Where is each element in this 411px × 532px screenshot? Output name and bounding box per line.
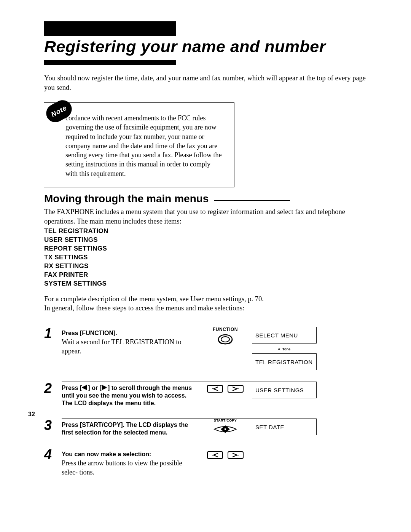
lcd-display: SET DATE [252, 419, 317, 435]
menu-item: USER SETTINGS [44, 236, 369, 244]
top-black-bar [44, 21, 176, 36]
steps-list: 1 Press [FUNCTION]. Wait a second for TE… [44, 327, 369, 477]
arrow-buttons-graphic [203, 382, 247, 394]
step-number: 3 [44, 419, 57, 432]
menu-item: REPORT SETTINGS [44, 244, 369, 253]
step-bold: Press [FUNCTION]. [62, 330, 117, 336]
svg-point-1 [221, 337, 229, 342]
left-right-buttons-icon [207, 384, 244, 394]
function-button-graphic: FUNCTION [203, 327, 247, 349]
menu-item: SYSTEM SETTINGS [44, 280, 369, 288]
lcd-small-label: Tone [282, 347, 290, 351]
svg-rect-2 [207, 385, 223, 392]
section-outro-2: In general, follow these steps to access… [44, 304, 369, 313]
step-bold: Press [⯇] or [⯈] to scroll through the m… [62, 385, 192, 406]
step-body: Wait a second for TEL REGISTRATION to ap… [62, 338, 199, 356]
step-bold: Press [START/COPY]. The LCD displays the… [62, 422, 188, 436]
menu-item: RX SETTINGS [44, 262, 369, 271]
round-button-icon [217, 332, 234, 349]
lcd-display: SELECT MENU [252, 327, 317, 343]
step-number: 1 [44, 327, 57, 340]
lcd-column: USER SETTINGS [252, 382, 317, 398]
mid-black-bar [44, 60, 176, 65]
step-text: Press [FUNCTION]. Wait a second for TEL … [62, 327, 199, 356]
left-right-buttons-icon [207, 450, 244, 460]
svg-rect-6 [228, 452, 243, 459]
menu-item: FAX PRINTER [44, 271, 369, 280]
arrow-buttons-graphic [203, 448, 247, 460]
step-3: 3 Press [START/COPY]. The LCD displays t… [44, 419, 369, 436]
menu-item-list: TEL REGISTRATION USER SETTINGS REPORT SE… [44, 227, 369, 288]
heading-rule [214, 200, 290, 201]
page-number: 32 [28, 411, 35, 418]
step-text: You can now make a selection: Press the … [62, 448, 199, 477]
lcd-display: USER SETTINGS [252, 382, 317, 398]
step-1: 1 Press [FUNCTION]. Wait a second for TE… [44, 327, 369, 370]
step-body: Press the arrow buttons to view the poss… [62, 459, 199, 477]
menu-item: TEL REGISTRATION [44, 227, 369, 236]
section-outro-1: For a complete description of the menu s… [44, 294, 369, 304]
section-heading: Moving through the main menus [44, 193, 209, 205]
page-title: Registering your name and number [44, 37, 369, 56]
step-number: 2 [44, 382, 57, 395]
step-2: 2 Press [⯇] or [⯈] to scroll through the… [44, 382, 369, 407]
svg-rect-3 [228, 385, 243, 392]
step-text: Press [⯇] or [⯈] to scroll through the m… [62, 382, 199, 407]
svg-rect-4 [225, 428, 226, 430]
intro-text: You should now register the time, date, … [44, 73, 369, 93]
separator-icon: ////// [278, 348, 280, 350]
section-heading-row: Moving through the main menus [44, 193, 369, 205]
note-box: Note cordance with recent amendments to … [44, 102, 234, 187]
step-text: Press [START/COPY]. The LCD displays the… [62, 419, 199, 436]
lcd-column: SELECT MENU ////// Tone TEL REGISTRATION [252, 327, 317, 370]
manual-page: Registering your name and number You sho… [0, 0, 411, 532]
lcd-display: TEL REGISTRATION [252, 353, 317, 370]
svg-rect-5 [207, 452, 223, 459]
note-text: cordance with recent amendments to the F… [65, 113, 223, 178]
step-number: 4 [44, 448, 57, 462]
diamond-button-icon [212, 423, 239, 435]
function-label: FUNCTION [203, 327, 247, 332]
startcopy-label: START/COPY [203, 419, 247, 423]
lcd-column: SET DATE [252, 419, 317, 435]
menu-item: TX SETTINGS [44, 253, 369, 262]
section-intro: The FAXPHONE includes a menu system that… [44, 207, 369, 226]
step-bold: You can now make a selection: [62, 451, 151, 457]
note-badge-label: Note [50, 104, 68, 118]
start-copy-button-graphic: START/COPY [203, 419, 247, 435]
step-4: 4 You can now make a selection: Press th… [44, 448, 369, 477]
